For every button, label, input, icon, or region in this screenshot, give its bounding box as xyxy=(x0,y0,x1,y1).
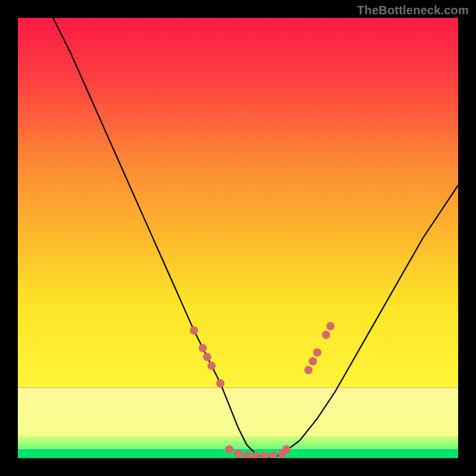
marker-dot xyxy=(190,326,198,334)
marker-dot xyxy=(313,348,321,356)
marker-dot xyxy=(322,331,330,339)
marker-dot xyxy=(199,344,207,352)
gradient-background xyxy=(18,18,458,388)
marker-dot xyxy=(282,445,290,453)
cream-band xyxy=(18,388,458,436)
marker-dot xyxy=(208,362,216,370)
light-green-band xyxy=(18,436,458,449)
marker-dot xyxy=(234,450,242,458)
color-bands xyxy=(18,388,458,458)
marker-dot xyxy=(304,366,312,374)
watermark-text: TheBottleneck.com xyxy=(357,4,469,17)
marker-dot xyxy=(216,379,224,387)
chart-frame xyxy=(18,18,458,458)
marker-dot xyxy=(203,353,211,361)
marker-dot xyxy=(326,322,334,330)
bottleneck-chart xyxy=(18,18,458,458)
marker-dot xyxy=(309,357,317,365)
marker-dot xyxy=(225,445,233,453)
